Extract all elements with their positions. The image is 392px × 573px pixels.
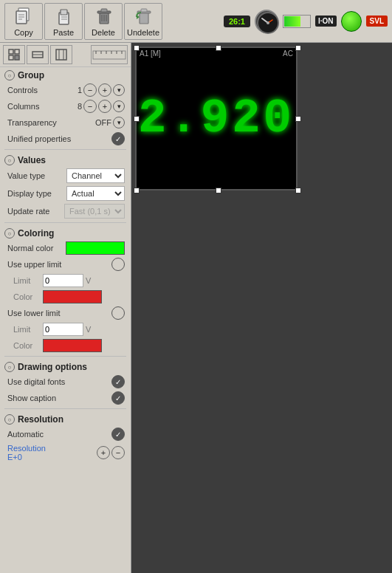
use-upper-toggle[interactable] xyxy=(111,258,125,271)
update-rate-select[interactable]: Fast (0,1 s) xyxy=(64,204,125,219)
resolution-circle: ○ xyxy=(4,414,15,425)
copy-label: Copy xyxy=(14,28,33,37)
show-caption-label: Show caption xyxy=(7,394,111,402)
columns-value: 8 xyxy=(78,102,82,111)
columns-plus-btn[interactable]: + xyxy=(98,100,111,113)
battery-icon xyxy=(283,15,311,28)
resolution-plus-btn[interactable]: + xyxy=(97,446,110,459)
copy-button[interactable]: Copy xyxy=(4,3,43,40)
undelete-icon xyxy=(133,6,154,27)
resolution-buttons: + − xyxy=(97,446,125,459)
automatic-label: Automatic xyxy=(7,430,111,439)
left-panel: ○ Group Controls 1 − + ▾ Columns 8 − + ▾… xyxy=(0,43,131,573)
svg-rect-11 xyxy=(101,9,107,12)
tag-label: A1 [M] xyxy=(140,49,161,58)
status-display: 26:1 xyxy=(224,16,250,27)
value-type-row: Value type Channel Constant Formula xyxy=(0,167,131,185)
upper-limit-label: Limit xyxy=(13,276,43,285)
resize-handle-bc[interactable] xyxy=(216,188,221,193)
unified-label: Unified properties xyxy=(7,134,111,143)
resolution-title: Resolution xyxy=(18,414,63,425)
paste-button[interactable]: Paste xyxy=(44,3,83,40)
resize-handle-bl[interactable] xyxy=(134,188,140,193)
normal-color-swatch[interactable] xyxy=(66,241,125,255)
controls-down-btn[interactable]: ▾ xyxy=(113,84,125,96)
update-rate-row: Update rate Fast (0,1 s) xyxy=(0,202,131,220)
undelete-label: Undelete xyxy=(127,28,159,37)
upper-limit-input[interactable] xyxy=(43,274,83,287)
toolbar: Copy Paste Delete xyxy=(0,0,392,43)
display-value: 2.920 xyxy=(137,48,296,189)
controls-minus-btn[interactable]: − xyxy=(83,83,97,97)
resize-handle-mr[interactable] xyxy=(295,116,301,122)
value-type-select[interactable]: Channel Constant Formula xyxy=(66,168,125,183)
divider-2 xyxy=(4,222,126,223)
show-caption-check[interactable]: ✓ xyxy=(111,391,125,405)
main-area: ○ Group Controls 1 − + ▾ Columns 8 − + ▾… xyxy=(0,43,392,573)
upper-limit-unit: V xyxy=(86,276,91,285)
svg-rect-6 xyxy=(61,10,67,15)
controls-label: Controls xyxy=(7,86,78,95)
upper-color-label: Color xyxy=(13,292,43,301)
use-lower-label: Use lower limit xyxy=(7,309,111,318)
svg-point-22 xyxy=(267,21,269,24)
right-panel: A1 [M] AC 2.920 xyxy=(131,43,392,573)
drawing-circle: ○ xyxy=(4,362,15,372)
drawing-title: Drawing options xyxy=(18,362,87,372)
columns-minus-btn[interactable]: − xyxy=(83,100,97,113)
resize-handle-tr[interactable] xyxy=(295,45,301,51)
use-lower-toggle[interactable] xyxy=(111,306,125,320)
display-type-label: Display type xyxy=(7,189,66,198)
values-section-header: ○ Values xyxy=(0,152,131,167)
paste-icon xyxy=(53,6,74,27)
sub-btn-2[interactable] xyxy=(27,45,49,64)
upper-limit-row: Limit V xyxy=(0,272,131,289)
indicator-green xyxy=(341,11,362,32)
lower-limit-label: Limit xyxy=(13,325,43,334)
display-box: A1 [M] AC 2.920 xyxy=(135,47,298,191)
transparency-row: Transparency OFF ▾ xyxy=(0,114,131,131)
svg-marker-18 xyxy=(137,15,140,19)
transparency-value: OFF xyxy=(95,118,111,127)
columns-down-btn[interactable]: ▾ xyxy=(113,100,125,112)
digital-fonts-check[interactable]: ✓ xyxy=(111,375,125,388)
controls-buttons: − + ▾ xyxy=(83,83,125,97)
update-rate-label: Update rate xyxy=(7,207,64,216)
lower-limit-input[interactable] xyxy=(43,323,83,336)
lower-limit-unit: V xyxy=(86,325,91,334)
transparency-down-btn[interactable]: ▾ xyxy=(113,117,125,128)
display-type-select[interactable]: Actual Setpoint Both xyxy=(66,186,125,201)
undelete-button[interactable]: Undelete xyxy=(124,3,162,40)
delete-button[interactable]: Delete xyxy=(84,3,123,40)
ruler-btn[interactable] xyxy=(91,45,128,64)
values-title: Values xyxy=(18,155,46,165)
lower-color-row: Color xyxy=(0,337,131,354)
resize-handle-tl[interactable] xyxy=(134,45,140,51)
resize-handle-tc[interactable] xyxy=(216,45,221,51)
sub-toolbar xyxy=(0,43,131,67)
lower-color-label: Color xyxy=(13,341,43,350)
sub-btn-3[interactable] xyxy=(50,45,72,64)
lower-color-swatch[interactable] xyxy=(43,339,102,352)
sub-btn-1[interactable] xyxy=(3,45,25,64)
coloring-section-header: ○ Coloring xyxy=(0,225,131,240)
resize-handle-br[interactable] xyxy=(295,188,301,193)
columns-buttons: − + ▾ xyxy=(83,100,125,113)
resolution-label: Resolution E+0 xyxy=(7,444,97,462)
group-section-header: ○ Group xyxy=(0,67,131,82)
copy-icon xyxy=(13,6,34,27)
svg-rect-24 xyxy=(15,49,19,54)
use-lower-row: Use lower limit xyxy=(0,305,131,321)
controls-row: Controls 1 − + ▾ xyxy=(0,82,131,98)
svg-rect-17 xyxy=(141,9,147,12)
svg-rect-32 xyxy=(93,51,125,59)
digital-fonts-row: Use digital fonts ✓ xyxy=(0,374,131,390)
controls-plus-btn[interactable]: + xyxy=(98,83,111,97)
automatic-check[interactable]: ✓ xyxy=(111,428,125,441)
upper-color-swatch[interactable] xyxy=(43,290,102,303)
resize-handle-ml[interactable] xyxy=(134,116,140,122)
unified-check[interactable]: ✓ xyxy=(111,132,125,145)
use-upper-row: Use upper limit xyxy=(0,256,131,272)
gauge-icon xyxy=(255,10,278,33)
resolution-minus-btn[interactable]: − xyxy=(111,446,125,459)
